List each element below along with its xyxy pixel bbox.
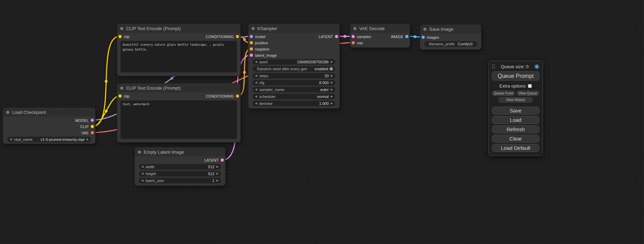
widget-cfg[interactable]: ◀cfg8.000▶ bbox=[253, 80, 335, 85]
node-save-image[interactable]: Save Imageimagesfilename_prefixComfyUI bbox=[420, 24, 482, 50]
port-row: negative bbox=[248, 46, 339, 52]
node-title-bar[interactable]: Save Image bbox=[420, 25, 481, 34]
increment-arrow-icon[interactable]: ▶ bbox=[331, 73, 333, 79]
input-port-vae-dot[interactable] bbox=[352, 41, 355, 44]
input-port-label: negative bbox=[255, 47, 270, 51]
collapse-dot-icon[interactable] bbox=[423, 28, 426, 31]
decrement-arrow-icon[interactable]: ◀ bbox=[141, 178, 143, 183]
wire-midpoint-dot bbox=[243, 38, 246, 41]
output-port-IMAGE-dot[interactable] bbox=[405, 35, 408, 38]
load-default-button[interactable]: Load Default bbox=[492, 144, 539, 152]
increment-arrow-icon[interactable]: ▶ bbox=[331, 80, 333, 85]
input-port-images-dot[interactable] bbox=[422, 36, 425, 39]
collapse-dot-icon[interactable] bbox=[6, 111, 9, 114]
decrement-arrow-icon[interactable]: ◀ bbox=[10, 137, 12, 142]
increment-arrow-icon[interactable]: ▶ bbox=[331, 87, 333, 92]
node-clip-negative[interactable]: CLIP Text Encode (Prompt)clipCONDITIONIN… bbox=[117, 83, 241, 143]
increment-arrow-icon[interactable]: ▶ bbox=[331, 94, 333, 99]
increment-arrow-icon[interactable]: ▶ bbox=[217, 171, 219, 177]
drag-handle-icon[interactable] bbox=[492, 64, 495, 69]
prompt-textarea[interactable]: beautiful scenery nature glass bottle la… bbox=[121, 41, 237, 72]
increment-arrow-icon[interactable]: ▶ bbox=[87, 137, 89, 142]
node-title-bar[interactable]: VAE Decode bbox=[350, 24, 410, 33]
decrement-arrow-icon[interactable]: ◀ bbox=[255, 73, 257, 79]
widget-label: filename_prefix bbox=[429, 42, 455, 46]
node-empty-latent[interactable]: Empty Latent ImageLATENT◀width512▶◀heigh… bbox=[134, 147, 226, 186]
refresh-button[interactable]: Refresh bbox=[492, 125, 539, 133]
node-ksampler[interactable]: KSamplermodelLATENTpositivenegativelaten… bbox=[248, 24, 340, 109]
output-port-CONDITIONING-dot[interactable] bbox=[236, 94, 239, 98]
toggle-dot-icon[interactable] bbox=[329, 67, 333, 71]
decrement-arrow-icon[interactable]: ◀ bbox=[255, 80, 257, 85]
collapse-dot-icon[interactable] bbox=[120, 87, 123, 90]
node-ports: LATENT bbox=[135, 156, 225, 163]
collapse-dot-icon[interactable] bbox=[120, 27, 123, 30]
widget-batch_size[interactable]: ◀batch_size1▶ bbox=[139, 178, 221, 183]
node-title-bar[interactable]: Load Checkpoint bbox=[3, 108, 95, 117]
load-button[interactable]: Load bbox=[492, 116, 539, 124]
input-port-latent_image-dot[interactable] bbox=[250, 54, 253, 57]
output-port-label: MODEL bbox=[75, 118, 89, 123]
output-port-CLIP-dot[interactable] bbox=[91, 125, 94, 128]
output-port-LATENT-dot[interactable] bbox=[335, 35, 338, 38]
node-vae-decode[interactable]: VAE DecodesamplesIMAGEvae bbox=[350, 24, 410, 48]
increment-arrow-icon[interactable]: ▶ bbox=[331, 101, 333, 106]
collapse-dot-icon[interactable] bbox=[138, 151, 141, 154]
input-port-negative-dot[interactable] bbox=[250, 47, 253, 51]
decrement-arrow-icon[interactable]: ◀ bbox=[141, 171, 143, 177]
input-port-clip-dot[interactable] bbox=[118, 94, 122, 98]
save-button[interactable]: Save bbox=[492, 107, 539, 115]
node-title-bar[interactable]: KSampler bbox=[248, 24, 339, 33]
settings-gear-icon[interactable] bbox=[534, 64, 539, 69]
decrement-arrow-icon[interactable]: ◀ bbox=[255, 59, 257, 65]
collapse-dot-icon[interactable] bbox=[353, 27, 356, 30]
increment-arrow-icon[interactable]: ▶ bbox=[217, 164, 219, 170]
output-port-CONDITIONING-dot[interactable] bbox=[236, 35, 239, 38]
port-row: modelLATENT bbox=[248, 34, 339, 40]
output-port-MODEL-dot[interactable] bbox=[91, 119, 94, 122]
clear-button[interactable]: Clear bbox=[492, 135, 539, 143]
widget-width[interactable]: ◀width512▶ bbox=[139, 164, 221, 170]
decrement-arrow-icon[interactable]: ◀ bbox=[141, 164, 143, 170]
input-port-clip-dot[interactable] bbox=[118, 35, 122, 38]
widget-height[interactable]: ◀height512▶ bbox=[139, 171, 221, 177]
node-title-bar[interactable]: Empty Latent Image bbox=[135, 147, 225, 156]
increment-arrow-icon[interactable]: ▶ bbox=[217, 178, 219, 183]
wire-midpoint-dot bbox=[243, 71, 246, 74]
widget-sampler_name[interactable]: ◀sampler_nameeuler▶ bbox=[253, 87, 335, 92]
input-port-samples-dot[interactable] bbox=[352, 35, 355, 38]
extra-options-row: Extra options bbox=[492, 83, 539, 89]
node-graph-canvas[interactable]: Load CheckpointMODELCLIPVAE◀ckpt_namev1-… bbox=[0, 0, 644, 244]
node-load-checkpoint[interactable]: Load CheckpointMODELCLIPVAE◀ckpt_namev1-… bbox=[3, 107, 96, 144]
widget-scheduler[interactable]: ◀schedulernormal▶ bbox=[253, 94, 335, 99]
widget-seed[interactable]: ◀seed156680208700286▶ bbox=[253, 59, 335, 65]
output-port-VAE-dot[interactable] bbox=[91, 131, 94, 134]
widget-denoise[interactable]: ◀denoise1.000▶ bbox=[253, 101, 335, 106]
widget-value: v1-5-pruned-emaonly.ckpt bbox=[41, 137, 85, 142]
widget-ckpt_name[interactable]: ◀ckpt_namev1-5-pruned-emaonly.ckpt▶ bbox=[7, 137, 91, 142]
input-port-label: model bbox=[255, 35, 265, 39]
input-port-model-dot[interactable] bbox=[250, 35, 253, 38]
decrement-arrow-icon[interactable]: ◀ bbox=[255, 101, 257, 106]
view-history-button[interactable]: View History bbox=[499, 97, 533, 102]
node-title-bar[interactable]: CLIP Text Encode (Prompt) bbox=[117, 83, 240, 92]
widget-filename_prefix[interactable]: filename_prefixComfyUI bbox=[424, 41, 477, 47]
prompt-textarea[interactable]: text, watermark bbox=[121, 100, 237, 139]
queue-prompt-button[interactable]: Queue Prompt bbox=[492, 71, 539, 81]
output-port-LATENT-dot[interactable] bbox=[221, 159, 224, 162]
extra-options-checkbox[interactable] bbox=[528, 84, 532, 88]
collapse-dot-icon[interactable] bbox=[252, 27, 255, 30]
increment-arrow-icon[interactable]: ▶ bbox=[331, 59, 333, 65]
decrement-arrow-icon[interactable]: ◀ bbox=[255, 87, 257, 92]
queue-front-button[interactable]: Queue Front bbox=[492, 91, 515, 96]
port-row: VAE bbox=[3, 130, 95, 136]
view-queue-button[interactable]: View Queue bbox=[517, 91, 540, 96]
decrement-arrow-icon[interactable]: ◀ bbox=[255, 94, 257, 99]
widget-random-seed-after-every-gen[interactable]: Random seed after every genenabled bbox=[253, 66, 335, 72]
widget-steps[interactable]: ◀steps20▶ bbox=[253, 73, 335, 79]
input-port-positive-dot[interactable] bbox=[250, 41, 253, 44]
widget-label: Random seed after every gen bbox=[257, 67, 307, 71]
node-title-bar[interactable]: CLIP Text Encode (Prompt) bbox=[117, 24, 240, 33]
node-clip-positive[interactable]: CLIP Text Encode (Prompt)clipCONDITIONIN… bbox=[117, 24, 241, 76]
output-port-label: CONDITIONING bbox=[206, 35, 234, 39]
